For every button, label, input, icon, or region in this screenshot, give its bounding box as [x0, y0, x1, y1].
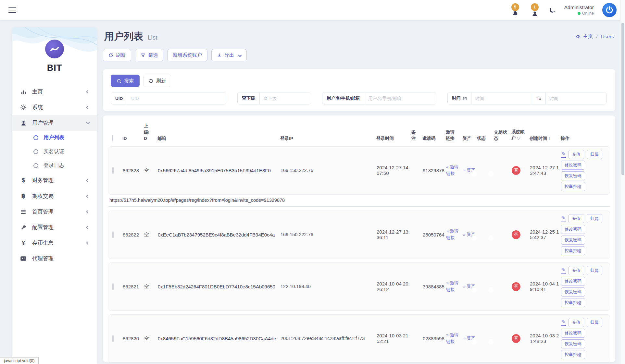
change-password-button[interactable]: 修改密码 — [561, 329, 585, 338]
bar-chart-icon — [20, 89, 27, 95]
dark-mode-toggle[interactable] — [549, 6, 556, 14]
restore-password-button[interactable]: 恢复密码 — [561, 236, 585, 245]
belong-button[interactable]: 归属 — [587, 318, 602, 327]
breadcrumb: 主页 / Users — [575, 33, 614, 40]
change-password-button[interactable]: 修改密码 — [561, 277, 585, 286]
sidebar-item-system[interactable]: 系统 — [12, 100, 97, 115]
cell-login-time: 2024-12-27 13:36:11 — [377, 229, 412, 240]
main-content: 用户列表 List 主页 / Users 刷新 筛选 — [103, 27, 615, 362]
subordinate-input[interactable] — [260, 92, 311, 104]
edit-pencil-icon[interactable]: ✎ — [561, 319, 566, 326]
cell-parent-id: 空 — [144, 167, 158, 174]
filter-funnel-icon: ▽ — [517, 136, 520, 141]
belong-button[interactable]: 归属 — [587, 150, 602, 159]
scrollbar-thumb[interactable] — [621, 23, 624, 175]
change-password-button[interactable]: 修改密码 — [561, 161, 585, 170]
invite-link-toggle[interactable]: » 邀请链接 — [446, 332, 463, 345]
row-checkbox[interactable] — [112, 335, 114, 342]
sidebar-item-finance[interactable]: $ 财务管理 — [12, 173, 97, 188]
time-start-input[interactable] — [471, 92, 532, 104]
sidebar-subitem-label: 实名认证 — [44, 148, 64, 155]
person-icon — [531, 11, 538, 17]
invite-link-toggle[interactable]: » 邀请链接 — [446, 228, 463, 241]
cell-invite-code: 25050764 — [423, 232, 446, 237]
notifications-bell-button[interactable]: 5 — [510, 3, 521, 17]
win-lose-control-button[interactable]: 控赢控输 — [561, 350, 585, 359]
refresh-button[interactable]: 刷新 — [103, 49, 131, 61]
invite-link-toggle[interactable]: « 邀请链接 — [446, 164, 463, 177]
recharge-button[interactable]: 充值 — [569, 150, 584, 159]
to-label: To — [532, 92, 545, 104]
row-actions: ✎ 充值 归属 修改密码 恢复密码 控赢控输 — [561, 214, 608, 255]
col-header-id: ID — [122, 135, 144, 142]
belong-button[interactable]: 归属 — [587, 214, 602, 223]
breadcrumb-home-link[interactable]: 主页 — [575, 33, 593, 40]
breadcrumb-current[interactable]: Users — [601, 34, 614, 40]
col-header-trade-status: 交易状态 — [494, 129, 511, 142]
page-scrollbar[interactable] — [620, 0, 625, 364]
username-input[interactable] — [364, 92, 436, 104]
hamburger-menu-icon[interactable] — [8, 6, 16, 14]
sidebar-item-homepage[interactable]: 首页管理 — [12, 204, 97, 220]
sidebar-item-home[interactable]: 主页 — [12, 84, 97, 100]
win-lose-control-button[interactable]: 控赢控输 — [561, 246, 585, 255]
sidebar-item-options-trading[interactable]: ฿ 期权交易 — [12, 188, 97, 204]
restore-password-button[interactable]: 恢复密码 — [561, 339, 585, 348]
row-actions: ✎ 充值 归属 修改密码 恢复密码 控赢控输 — [561, 266, 608, 307]
table-row: 862820 空 0x84659FaC159560F6d32dD8B45a986… — [108, 314, 610, 362]
brand-name: BIT — [12, 63, 97, 73]
recharge-button[interactable]: 充值 — [569, 266, 584, 275]
export-button[interactable]: 导出 — [211, 49, 247, 61]
select-all-checkbox[interactable] — [112, 135, 113, 141]
dollar-icon: $ — [20, 177, 27, 184]
user-status: Online — [582, 11, 594, 16]
col-header-created-time[interactable]: 创建时间 ↑ — [530, 135, 561, 142]
cell-invite-code: 91329878 — [423, 168, 446, 173]
radio-circle-icon — [33, 149, 38, 154]
sidebar-item-label: 主页 — [32, 88, 43, 95]
chevrons-icon: » — [463, 284, 466, 289]
cell-parent-id: 空 — [144, 232, 158, 238]
sidebar-subitem-real-name-auth[interactable]: 实名认证 — [12, 145, 97, 159]
invite-link-toggle[interactable]: » 邀请链接 — [446, 280, 463, 293]
sidebar-item-user-management[interactable]: 用户管理 — [12, 115, 97, 131]
change-password-button[interactable]: 修改密码 — [561, 225, 585, 234]
belong-button[interactable]: 归属 — [587, 266, 602, 275]
time-end-input[interactable] — [546, 92, 606, 104]
search-refresh-button[interactable]: 刷新 — [144, 75, 171, 87]
edit-pencil-icon[interactable]: ✎ — [561, 151, 566, 158]
col-header-system-account[interactable]: 系统账户 ▽ — [511, 129, 530, 142]
edit-pencil-icon[interactable]: ✎ — [561, 215, 566, 222]
recharge-button[interactable]: 充值 — [569, 318, 584, 327]
uid-input[interactable] — [127, 92, 226, 104]
edit-pencil-icon[interactable]: ✎ — [561, 267, 566, 274]
sidebar-subitem-user-list[interactable]: 用户列表 — [12, 131, 97, 145]
restore-password-button[interactable]: 恢复密码 — [561, 287, 585, 297]
messages-user-button[interactable]: 1 — [529, 3, 540, 17]
cell-created-time: 2024-10-03 21:48:23 — [530, 333, 561, 344]
cell-invite-code: 39884385 — [423, 284, 446, 289]
gear-icon — [20, 104, 27, 111]
sidebar-subitem-login-log[interactable]: 登录日志 — [12, 159, 97, 173]
add-system-account-button[interactable]: 新增系统账户 — [167, 49, 207, 61]
win-lose-control-button[interactable]: 控赢控输 — [561, 298, 585, 307]
sidebar: BIT 主页 系统 用户管理 用户列表 — [12, 27, 97, 364]
system-account-badge: 否 — [512, 282, 520, 291]
cell-email: 0x84659FaC159560F6d32dD8B45a98652D30CaA4… — [158, 336, 281, 341]
recharge-button[interactable]: 充值 — [569, 214, 584, 223]
filter-button[interactable]: 筛选 — [135, 49, 163, 61]
sidebar-item-deposit-interest[interactable]: ¥ 存币生息 — [12, 235, 97, 251]
row-checkbox[interactable] — [112, 167, 114, 174]
search-button[interactable]: 搜索 — [111, 75, 140, 87]
cell-login-ip: 169.150.222.76 — [281, 168, 377, 173]
row-checkbox[interactable] — [112, 231, 114, 238]
sidebar-item-config[interactable]: 配置管理 — [12, 220, 97, 235]
avatar[interactable] — [602, 3, 617, 17]
win-lose-control-button[interactable]: 控赢控输 — [561, 182, 585, 191]
search-icon — [117, 79, 121, 83]
cell-parent-id: 空 — [144, 284, 158, 290]
restore-password-button[interactable]: 恢复密码 — [561, 171, 585, 180]
row-checkbox[interactable] — [112, 283, 114, 290]
sidebar-item-agent[interactable]: 代理管理 — [12, 251, 97, 266]
system-account-badge: 否 — [512, 166, 520, 175]
